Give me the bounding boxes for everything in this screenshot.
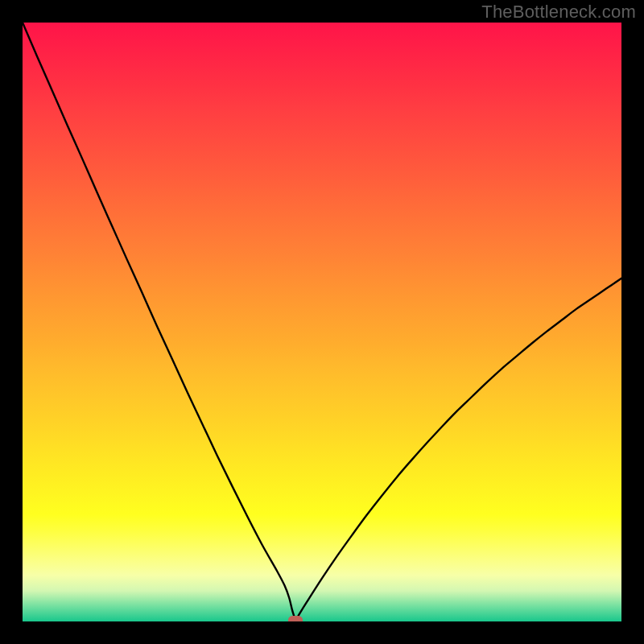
optimum-marker-icon xyxy=(288,616,303,622)
bottleneck-chart-svg xyxy=(23,23,621,621)
plot-area xyxy=(23,23,621,621)
gradient-background xyxy=(23,23,621,621)
watermark-text: TheBottleneck.com xyxy=(481,2,636,23)
chart-frame: TheBottleneck.com xyxy=(0,0,644,644)
